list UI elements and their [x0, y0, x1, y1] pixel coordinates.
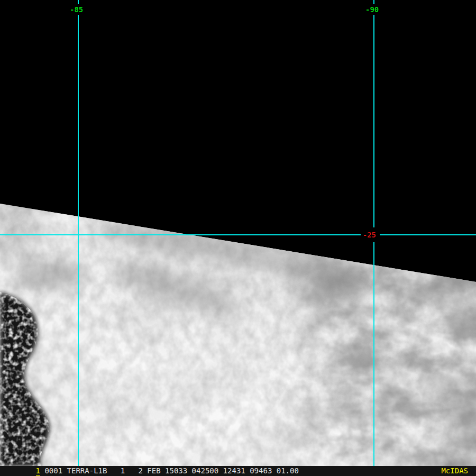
- frame-number[interactable]: 1: [36, 466, 40, 476]
- mcidas-viewer-window: -85 -90 -25 1 0001 TERRA-L1B 1 2 FEB 150…: [0, 0, 476, 476]
- mcidas-brand-label: McIDAS: [441, 466, 468, 476]
- longitude-label-85: -85: [70, 6, 83, 13]
- latitude-label-25: -25: [363, 231, 376, 239]
- image-info-text: 0001 TERRA-L1B 1 2 FEB 15033 042500 1243…: [40, 466, 299, 475]
- frame-status-text: 1 0001 TERRA-L1B 1 2 FEB 15033 042500 12…: [9, 456, 299, 476]
- status-bar: 1 0001 TERRA-L1B 1 2 FEB 15033 042500 12…: [0, 466, 476, 476]
- satellite-image[interactable]: [0, 0, 476, 466]
- longitude-label-90: -90: [365, 6, 379, 13]
